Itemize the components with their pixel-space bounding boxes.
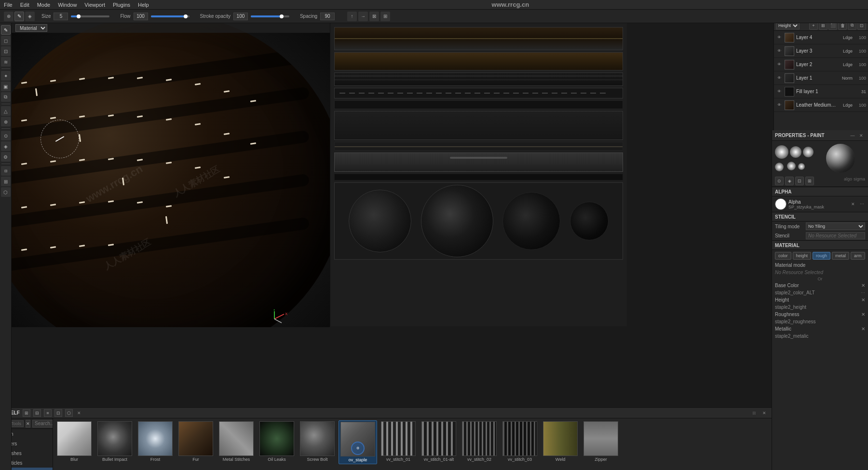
channel-metal-btn[interactable]: metal bbox=[832, 252, 849, 260]
menu-viewport[interactable]: Viewport bbox=[84, 2, 105, 8]
channel-height-btn[interactable]: height bbox=[793, 252, 812, 260]
shelf-item-bullet-impact[interactable]: Bullet Impact bbox=[95, 420, 134, 463]
shelf-item-stitch-01-alt[interactable]: vv_stitch_01-alt bbox=[420, 420, 458, 463]
shelf-tag-btn[interactable]: ⊡ bbox=[54, 409, 62, 417]
shelf-item-oil-leaks[interactable]: Oil Leaks bbox=[258, 420, 296, 463]
layer-name-grain: Leather Medium Grain bbox=[796, 102, 837, 108]
shelf-item-fur[interactable]: Fur bbox=[176, 420, 215, 463]
channel-icon-2[interactable]: ◈ bbox=[785, 177, 794, 185]
height-clear-btn[interactable]: ✕ bbox=[861, 297, 865, 303]
toolbar: ⊕ ✎ ◈ Size Flow Stroke opacity Spacing ↑… bbox=[0, 10, 868, 23]
tool-smudge[interactable]: ≋ bbox=[1, 57, 11, 67]
channel-icon-4[interactable]: ⊞ bbox=[805, 177, 814, 185]
layer-item[interactable]: 👁 Layer 2 Ldge 100 bbox=[774, 58, 868, 71]
channel-arm-btn[interactable]: arm bbox=[851, 252, 865, 260]
tool-morph[interactable]: ⊕ bbox=[1, 117, 11, 126]
size-input[interactable] bbox=[54, 13, 68, 20]
tool-uv[interactable]: ⊞ bbox=[1, 177, 11, 186]
tool-icon-1[interactable]: ⊕ bbox=[4, 12, 14, 21]
shelf-expand-btn[interactable]: ⊞ bbox=[23, 409, 30, 417]
shelf-item-stitch-02[interactable]: vv_stitch_02 bbox=[460, 420, 499, 463]
shelf-maximize-btn[interactable]: ⊠ bbox=[750, 411, 758, 415]
layer-visibility-3[interactable]: 👁 bbox=[776, 48, 783, 55]
shelf-panel-close-btn[interactable]: ✕ bbox=[761, 410, 768, 416]
flow-input[interactable] bbox=[134, 13, 148, 20]
stroke-opacity-input[interactable] bbox=[233, 13, 248, 20]
shelf-item-metal-stitches[interactable]: Metal Stitches bbox=[217, 420, 256, 463]
shelf-grid-btn[interactable]: ⊟ bbox=[33, 409, 41, 417]
properties-close-btn[interactable]: ✕ bbox=[857, 132, 865, 139]
layer-item[interactable]: 👁 Layer 4 Ldge 100 bbox=[774, 31, 868, 44]
tool-icon-paint[interactable]: ✎ bbox=[14, 12, 24, 21]
menu-file[interactable]: File bbox=[4, 2, 13, 8]
stencil-resource-field[interactable]: No Resource Selected bbox=[806, 232, 865, 239]
menu-window[interactable]: Window bbox=[58, 2, 77, 8]
viewport-mode-select[interactable]: Material bbox=[15, 24, 47, 32]
align-icon-1[interactable]: ↑ bbox=[347, 12, 357, 21]
alpha-clear-btn[interactable]: ✕ bbox=[850, 201, 856, 207]
channel-color-btn[interactable]: color bbox=[775, 252, 791, 260]
layer-item[interactable]: 👁 Leather Medium Grain Ldge 100 bbox=[774, 98, 868, 112]
tool-project[interactable]: ⊡ bbox=[1, 46, 11, 56]
menu-mode[interactable]: Mode bbox=[37, 2, 51, 8]
layers-panel: LAYERS | TEXTURE SET SETTINGS ✕ Height +… bbox=[773, 10, 868, 131]
layer-item[interactable]: 👁 Fill layer 1 31 bbox=[774, 85, 868, 98]
tool-clone[interactable]: ⧉ bbox=[1, 92, 11, 102]
roughness-value-row: staple2_roughness bbox=[772, 318, 868, 325]
shelf-list-btn[interactable]: ≡ bbox=[44, 409, 52, 417]
tool-geometry[interactable]: △ bbox=[1, 106, 11, 116]
layer-visibility-1[interactable]: 👁 bbox=[776, 75, 783, 82]
shelf-item-screw-bolt[interactable]: Screw Bolt bbox=[298, 420, 337, 463]
align-icon-4[interactable]: ⊞ bbox=[380, 12, 390, 21]
tool-icon-3[interactable]: ◈ bbox=[25, 12, 35, 21]
shelf-item-stitch-03[interactable]: vv_stitch_03 bbox=[501, 420, 539, 463]
metallic-clear-btn[interactable]: ✕ bbox=[861, 326, 865, 332]
viewport-background[interactable]: www.rrcg.cn 人人素材社区 人人素材社区 X Y bbox=[12, 33, 330, 327]
channel-icon-1[interactable]: ⊙ bbox=[775, 177, 784, 185]
tool-picker[interactable]: ✦ bbox=[1, 71, 11, 81]
shelf-close-btn[interactable]: ✕ bbox=[76, 410, 82, 416]
shelf-search-input[interactable] bbox=[32, 420, 53, 428]
align-icon-2[interactable]: → bbox=[358, 12, 368, 21]
flow-slider[interactable] bbox=[151, 15, 190, 17]
shelf-item-weld[interactable]: Weld bbox=[541, 420, 580, 463]
layer-item[interactable]: 👁 Layer 1 Norm 100 bbox=[774, 71, 868, 85]
roughness-row: Roughness ✕ bbox=[772, 311, 868, 318]
tool-settings[interactable]: ⚙ bbox=[1, 152, 11, 162]
shelf-item-stitch-01[interactable]: vv_stitch_01 bbox=[379, 420, 418, 463]
layer-visibility-4[interactable]: 👁 bbox=[776, 34, 783, 41]
shelf-item-blur[interactable]: Blur bbox=[55, 420, 94, 463]
tool-paint[interactable]: ✎ bbox=[1, 25, 11, 35]
alpha-expand-btn[interactable]: ⋯ bbox=[858, 201, 865, 207]
menu-plugins[interactable]: Plugins bbox=[113, 2, 130, 8]
tiling-mode-select[interactable]: No Tiling bbox=[806, 222, 865, 230]
tool-3d[interactable]: ⬡ bbox=[1, 187, 11, 197]
base-color-clear-btn[interactable]: ✕ bbox=[861, 283, 865, 288]
shelf-item-zipper[interactable]: Zipper bbox=[582, 420, 620, 463]
layer-visibility-2[interactable]: 👁 bbox=[776, 61, 783, 68]
layer-item[interactable]: 👁 Layer 3 Ldge 100 bbox=[774, 44, 868, 58]
channel-icon-3[interactable]: ⊡ bbox=[795, 177, 804, 185]
stroke-opacity-slider[interactable] bbox=[251, 15, 289, 17]
shelf-float-btn[interactable]: ⬡ bbox=[65, 409, 73, 417]
spacing-input[interactable] bbox=[320, 13, 335, 20]
layer-visibility-fill[interactable]: 👁 bbox=[776, 88, 783, 95]
shelf-item-frost[interactable]: Frost bbox=[136, 420, 175, 463]
flow-label: Flow bbox=[120, 14, 130, 19]
menu-edit[interactable]: Edit bbox=[20, 2, 29, 8]
size-slider[interactable] bbox=[71, 15, 109, 17]
roughness-clear-btn[interactable]: ✕ bbox=[861, 312, 865, 317]
align-icon-3[interactable]: ⊠ bbox=[369, 12, 379, 21]
tool-measure[interactable]: ⊙ bbox=[1, 131, 11, 140]
channel-rough-btn[interactable]: rough bbox=[813, 252, 830, 260]
properties-minimize-btn[interactable]: — bbox=[849, 132, 856, 139]
shelf-item-staple[interactable]: ⚙ ov_staple bbox=[339, 420, 377, 464]
shelf-filter-close[interactable]: ✕ bbox=[26, 420, 30, 428]
base-color-expand[interactable]: ⋯ bbox=[861, 290, 865, 295]
layer-visibility-grain[interactable]: 👁 bbox=[776, 102, 783, 109]
tool-eraser[interactable]: ◻ bbox=[1, 36, 11, 45]
tool-layers[interactable]: ⧈ bbox=[1, 166, 11, 176]
menu-help[interactable]: Help bbox=[138, 2, 149, 8]
tool-fill[interactable]: ▣ bbox=[1, 82, 11, 91]
tool-bake[interactable]: ◈ bbox=[1, 141, 11, 151]
